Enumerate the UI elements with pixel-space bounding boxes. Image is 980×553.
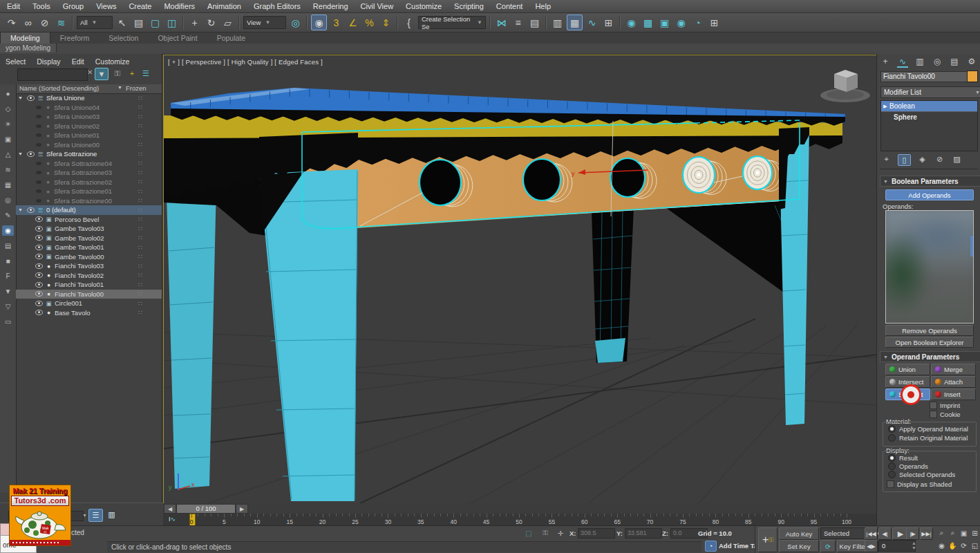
remove-operands-button[interactable]: Remove Operands	[885, 325, 974, 336]
frozen-toggle-icon[interactable]: ∷	[138, 216, 142, 223]
hidden-eye-icon[interactable]	[36, 143, 41, 147]
tree-row-sfera-unione00[interactable]: ●Sfera Unione00∷	[16, 140, 162, 150]
render-production-icon[interactable]: ◉	[674, 15, 688, 30]
ribbon-tab-object-paint[interactable]: Object Paint	[148, 32, 207, 44]
tree-row-sfera-unione03[interactable]: ●Sfera Unione03∷	[16, 112, 162, 122]
frozen-toggle-icon[interactable]: ∷	[138, 290, 142, 297]
menu-animation[interactable]: Animation	[207, 2, 241, 10]
unlink-selection-icon[interactable]: ⊘	[37, 15, 52, 30]
x-coord-field[interactable]: 308.5	[578, 528, 615, 538]
visibility-eye-icon[interactable]	[27, 207, 35, 213]
spinner-snap-icon[interactable]: ⇕	[379, 15, 393, 30]
explorer-menu-select[interactable]: Select	[6, 57, 26, 66]
tree-row-fianchi-tavolo01[interactable]: ●Fianchi Tavolo01∷	[16, 280, 162, 290]
menu-civil-view[interactable]: Civil View	[361, 2, 393, 10]
select-and-rotate-icon[interactable]: ↻	[204, 15, 218, 30]
tree-row-base-tavolo[interactable]: ●Base Tavolo∷	[16, 308, 162, 318]
edit-named-selection-sets-icon[interactable]: {	[402, 15, 416, 30]
imprint-checkbox[interactable]: Imprint	[930, 402, 960, 409]
select-by-name-icon[interactable]: ▤	[131, 15, 146, 30]
selection-lock-icon[interactable]: ⚿	[540, 528, 551, 538]
menu-help[interactable]: Help	[535, 2, 551, 10]
expand-to-frozen-icon[interactable]: F	[2, 271, 14, 281]
frozen-toggle-icon[interactable]: ∷	[138, 160, 142, 167]
explorer-menu-customize[interactable]: Customize	[95, 57, 130, 66]
selection-region-icon[interactable]: ⬚	[523, 528, 534, 538]
tree-row-sfera-sottrazione01[interactable]: ●Sfera Sottrazione01∷	[16, 187, 162, 196]
modifier-stack-item-boolean[interactable]: ▶ Boolean	[881, 101, 977, 111]
maximize-viewport-icon[interactable]: ◱	[970, 540, 980, 551]
open-boolean-explorer-button[interactable]: Open Boolean Explorer	[885, 337, 974, 348]
select-and-link-icon[interactable]: ∞	[21, 15, 35, 30]
frozen-toggle-icon[interactable]: ∷	[138, 263, 142, 270]
frozen-toggle-icon[interactable]: ∷	[138, 95, 142, 102]
go-to-start-icon[interactable]: |◀◀	[865, 527, 878, 540]
ribbon-toggle-icon[interactable]: ▦	[567, 15, 583, 30]
ribbon-tab-populate[interactable]: Populate	[207, 32, 255, 44]
utilities-tab[interactable]: ⚙	[966, 56, 977, 66]
pan-icon[interactable]: ✋	[948, 540, 958, 551]
mini-curve-editor-icon[interactable]: I∿	[169, 516, 176, 523]
sync-selection-icon[interactable]: ■	[2, 256, 14, 266]
scene-explorer-toggle-icon[interactable]: ▥	[550, 15, 565, 30]
union-button[interactable]: Union	[885, 364, 930, 375]
display-helpers-icon[interactable]: △	[2, 149, 14, 160]
orbit-icon[interactable]: ⟳	[959, 540, 969, 551]
modifier-stack-item-sphere[interactable]: Sphere	[881, 111, 977, 122]
collapse-arrow-icon[interactable]: ▼	[18, 95, 25, 100]
use-pivot-center-icon[interactable]: ◉	[311, 15, 327, 30]
menu-edit[interactable]: Edit	[7, 2, 20, 10]
display-groups-icon[interactable]: ▦	[2, 180, 14, 190]
clear-search-icon[interactable]: ✕	[87, 68, 93, 76]
collapse-arrow-icon[interactable]: ▼	[18, 151, 25, 156]
frozen-toggle-icon[interactable]: ∷	[138, 309, 142, 316]
tree-row-sfera-unione[interactable]: ▼☰Sfera Unione∷	[16, 93, 162, 103]
filter-button[interactable]: ▼	[95, 68, 109, 80]
display-cameras-icon[interactable]: ▣	[2, 134, 14, 144]
rectangular-selection-region-icon[interactable]: ▢	[148, 15, 162, 30]
go-to-end-icon[interactable]: ▶▶|	[920, 527, 933, 540]
tree-row-sfera-sottrazione04[interactable]: ●Sfera Sottrazione04∷	[16, 159, 162, 169]
frozen-toggle-icon[interactable]: ∷	[138, 207, 142, 214]
object-name-field[interactable]: Fianchi Tavolo00	[880, 71, 968, 82]
operands-list[interactable]	[885, 210, 974, 324]
angle-snap-icon[interactable]: ∠	[346, 15, 360, 30]
mirror-icon[interactable]: ⋈	[494, 15, 509, 30]
curve-editor-icon[interactable]: ∿	[585, 15, 599, 30]
boolean-parameters-rollout[interactable]: ▼ Boolean Parameters	[880, 176, 980, 187]
object-color-swatch[interactable]	[967, 71, 978, 82]
add-scene-explorer-icon[interactable]: +	[126, 68, 138, 79]
layer-manager-button[interactable]: ☰	[88, 509, 103, 522]
make-unique-icon[interactable]: ◈	[916, 154, 928, 165]
selection-filter-dropdown[interactable]: All▼	[77, 16, 113, 29]
explorer-search-input[interactable]	[17, 68, 88, 81]
state-sets-grid-icon[interactable]: ⊞	[707, 15, 722, 30]
redo-icon[interactable]: ↷	[4, 15, 19, 30]
hierarchy-view-button[interactable]: ▥	[105, 509, 118, 521]
visibility-eye-icon[interactable]	[35, 301, 43, 306]
bind-to-space-warp-icon[interactable]: ≋	[54, 15, 68, 30]
key-mode-toggle-icon[interactable]: ⟳	[820, 540, 836, 552]
display-as-shaded-checkbox[interactable]: Display as Shaded	[887, 480, 952, 488]
visibility-eye-icon[interactable]	[35, 272, 43, 278]
display-tab[interactable]: ▤	[949, 56, 960, 66]
hidden-eye-icon[interactable]	[36, 133, 41, 137]
tree-row-0-default-[interactable]: ▼☰0 (default)∷	[16, 205, 162, 215]
display-operands-radio[interactable]: Operands	[888, 462, 928, 470]
tree-row-sfera-sottrazione02[interactable]: ●Sfera Sottrazione02∷	[16, 178, 162, 187]
layers-icon[interactable]: ☰	[140, 68, 152, 79]
display-xrefs-icon[interactable]: ◎	[2, 195, 14, 205]
use-pivot-point-icon[interactable]: ◎	[288, 15, 303, 30]
field-of-view-icon[interactable]: ◉	[936, 540, 947, 551]
frozen-toggle-icon[interactable]: ∷	[138, 151, 142, 158]
create-tab[interactable]: +	[880, 56, 891, 66]
display-hidden-objects-icon[interactable]: ◉	[2, 225, 14, 236]
window-crossing-icon[interactable]: ◫	[164, 15, 179, 30]
visibility-eye-icon[interactable]	[35, 235, 43, 241]
modifier-list-dropdown[interactable]: Modifier List ▼	[880, 86, 980, 98]
frozen-toggle-icon[interactable]: ∷	[138, 300, 142, 307]
hidden-eye-icon[interactable]	[36, 162, 41, 165]
visibility-eye-icon[interactable]	[35, 226, 43, 232]
visibility-eye-icon[interactable]	[35, 291, 43, 297]
visibility-eye-icon[interactable]	[27, 95, 35, 101]
